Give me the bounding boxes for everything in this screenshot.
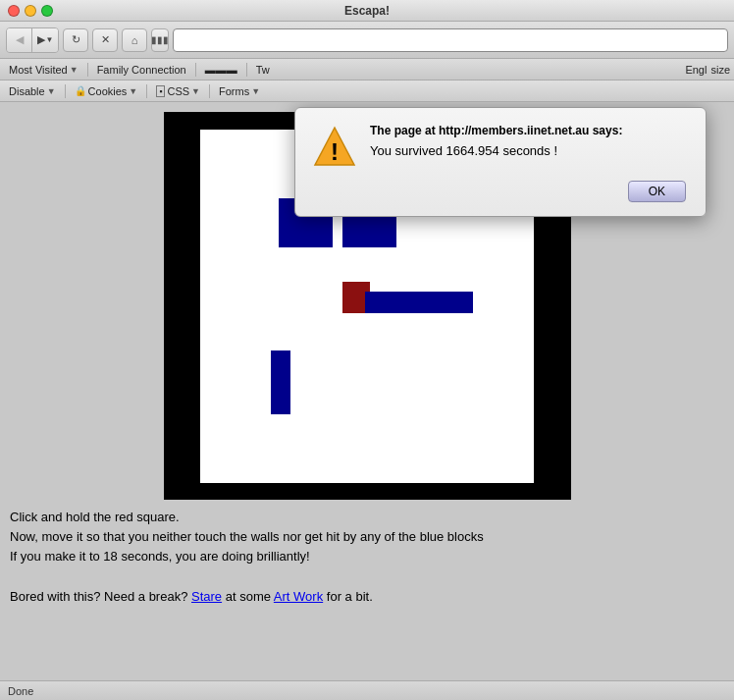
stare-text: Stare — [191, 589, 222, 604]
promo-line: Bored with this? Need a break? Stare at … — [10, 587, 724, 607]
cookies-menu[interactable]: 🔒 Cookies ▼ — [70, 84, 143, 98]
tw-label: ▬▬▬ — [205, 64, 237, 76]
cookies-icon: 🔒 — [75, 85, 86, 96]
forward-icon: ▶ — [37, 33, 45, 46]
art-work-text: Art Work — [274, 589, 323, 604]
disable-menu[interactable]: Disable ▼ — [4, 84, 61, 98]
blue-block-3 — [365, 292, 473, 313]
alert-content: The page at http://members.iinet.net.au … — [370, 124, 686, 158]
alert-buttons: OK — [311, 181, 686, 202]
game-instructions: Click and hold the red square. Now, move… — [0, 500, 734, 615]
css-menu[interactable]: ▪ CSS ▼ — [151, 84, 205, 98]
stare-link[interactable]: Stare — [191, 589, 222, 604]
title-bar: Escapa! — [0, 0, 734, 22]
nav-sep-3 — [246, 63, 247, 77]
for-bit-text: for a bit. — [327, 589, 373, 604]
css-label: CSS — [167, 85, 189, 97]
promo-text: Bored with this? Need a break? — [10, 589, 187, 604]
cookies-arrow: ▼ — [129, 86, 137, 96]
nav-bar: Most Visited ▼ Family Connection ▬▬▬ Tw … — [0, 59, 734, 81]
forms-arrow: ▼ — [251, 86, 260, 96]
forms-label: Forms — [219, 85, 249, 97]
alert-message: You survived 1664.954 seconds ! — [370, 143, 686, 158]
maximize-button[interactable] — [41, 5, 53, 17]
status-text: Done — [8, 685, 33, 697]
tw-menu[interactable]: ▬▬▬ — [200, 63, 242, 77]
family-connection-label: Family Connection — [97, 64, 186, 76]
tw-label-item[interactable]: Tw — [251, 63, 275, 77]
home-icon: ⌂ — [131, 34, 138, 46]
browser-toolbar: ◀ ▶ ▼ ↻ ✕ ⌂ ▮▮▮ — [0, 22, 734, 59]
right-nav: Engl size — [685, 64, 730, 76]
status-bar: Done — [0, 680, 734, 700]
css-arrow: ▼ — [191, 86, 200, 96]
back-forward-group[interactable]: ◀ ▶ ▼ — [6, 27, 59, 53]
address-bar[interactable] — [173, 28, 728, 52]
nav-sep-1 — [87, 63, 88, 77]
rss-icon: ▮▮▮ — [151, 28, 169, 52]
stop-button[interactable]: ✕ — [92, 28, 118, 52]
bm-sep-2 — [146, 84, 147, 98]
disable-label: Disable — [9, 85, 45, 97]
most-visited-arrow: ▼ — [70, 65, 79, 75]
close-button[interactable] — [8, 5, 20, 17]
back-button[interactable]: ◀ — [7, 28, 32, 52]
disable-arrow: ▼ — [47, 86, 56, 96]
at-some-text: at some — [226, 589, 274, 604]
ok-button[interactable]: OK — [628, 181, 686, 202]
warning-icon: ! — [311, 124, 358, 171]
alert-title: The page at http://members.iinet.net.au … — [370, 124, 686, 137]
engl-label: Engl — [685, 64, 707, 76]
back-icon: ◀ — [16, 33, 24, 46]
most-visited-menu[interactable]: Most Visited ▼ — [4, 63, 83, 77]
instruction-line-2: Now, move it so that you neither touch t… — [10, 527, 724, 547]
minimize-button[interactable] — [25, 5, 36, 17]
blue-block-4 — [271, 350, 290, 414]
bookmarks-bar: Disable ▼ 🔒 Cookies ▼ ▪ CSS ▼ Forms ▼ — [0, 81, 734, 102]
bm-sep-1 — [65, 84, 66, 98]
size-label: size — [710, 64, 730, 76]
forward-dropdown-icon: ▼ — [46, 35, 54, 44]
home-button[interactable]: ⌂ — [122, 28, 147, 52]
window-controls[interactable] — [8, 5, 53, 17]
stop-icon: ✕ — [101, 33, 110, 46]
instruction-line-3: If you make it to 18 seconds, you are do… — [10, 547, 724, 566]
cookies-label: Cookies — [88, 85, 128, 97]
alert-title-row: ! The page at http://members.iinet.net.a… — [311, 124, 686, 171]
alert-dialog: ! The page at http://members.iinet.net.a… — [294, 107, 707, 217]
artwork-link[interactable]: Art Work — [274, 589, 323, 604]
tw-text: Tw — [256, 64, 270, 76]
most-visited-label: Most Visited — [9, 64, 68, 76]
content-area: Click and hold the red square. Now, move… — [0, 102, 734, 651]
refresh-icon: ↻ — [72, 33, 80, 46]
nav-sep-2 — [195, 63, 196, 77]
family-connection-menu[interactable]: Family Connection — [92, 63, 191, 77]
css-box-icon: ▪ — [156, 85, 165, 97]
forms-menu[interactable]: Forms ▼ — [214, 84, 265, 98]
svg-text:!: ! — [331, 138, 339, 165]
window-title: Escapa! — [344, 4, 390, 18]
bm-sep-3 — [209, 84, 210, 98]
refresh-button[interactable]: ↻ — [63, 28, 88, 52]
forward-button[interactable]: ▶ ▼ — [32, 28, 58, 52]
instruction-line-1: Click and hold the red square. — [10, 508, 724, 527]
